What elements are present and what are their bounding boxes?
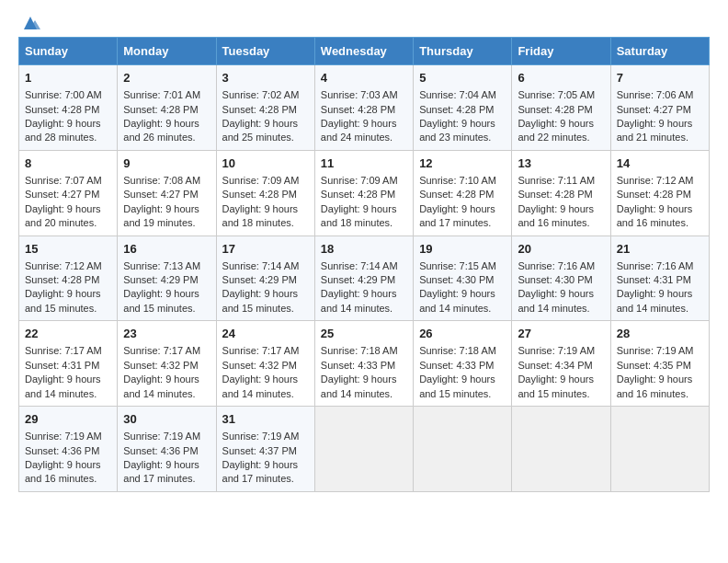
col-header-monday: Monday [118, 38, 216, 65]
daylight-text: Daylight: 9 hours and 28 minutes. [25, 117, 111, 145]
header-row: SundayMondayTuesdayWednesdayThursdayFrid… [19, 38, 710, 65]
day-cell: 6Sunrise: 7:05 AMSunset: 4:28 PMDaylight… [512, 65, 610, 151]
day-number: 5 [419, 70, 506, 86]
day-cell: 26Sunrise: 7:18 AMSunset: 4:33 PMDayligh… [414, 321, 512, 407]
sunset-text: Sunset: 4:34 PM [518, 359, 604, 373]
sunrise-text: Sunrise: 7:03 AM [321, 88, 407, 102]
day-number: 3 [222, 70, 309, 86]
daylight-text: Daylight: 9 hours and 15 minutes. [419, 373, 506, 401]
sunset-text: Sunset: 4:36 PM [123, 444, 210, 458]
day-number: 29 [25, 411, 111, 428]
day-number: 11 [321, 155, 407, 172]
sunrise-text: Sunrise: 7:18 AM [321, 344, 407, 358]
day-cell: 28Sunrise: 7:19 AMSunset: 4:35 PMDayligh… [610, 321, 709, 407]
col-header-tuesday: Tuesday [216, 38, 314, 65]
daylight-text: Daylight: 9 hours and 26 minutes. [123, 117, 210, 145]
sunset-text: Sunset: 4:31 PM [25, 359, 111, 373]
day-number: 28 [617, 326, 703, 342]
sunset-text: Sunset: 4:36 PM [25, 444, 111, 458]
sunset-text: Sunset: 4:28 PM [222, 103, 309, 117]
calendar-table: SundayMondayTuesdayWednesdayThursdayFrid… [18, 37, 710, 492]
day-number: 18 [321, 241, 407, 258]
sunrise-text: Sunrise: 7:11 AM [518, 174, 604, 188]
sunset-text: Sunset: 4:31 PM [617, 273, 703, 287]
day-number: 2 [123, 70, 210, 86]
sunrise-text: Sunrise: 7:16 AM [617, 259, 703, 273]
week-row-4: 22Sunrise: 7:17 AMSunset: 4:31 PMDayligh… [19, 321, 710, 407]
day-number: 8 [25, 155, 111, 172]
day-number: 4 [321, 70, 407, 86]
sunrise-text: Sunrise: 7:06 AM [617, 88, 703, 102]
sunrise-text: Sunrise: 7:19 AM [123, 430, 210, 443]
sunrise-text: Sunrise: 7:17 AM [222, 344, 309, 358]
daylight-text: Daylight: 9 hours and 22 minutes. [518, 117, 604, 145]
sunrise-text: Sunrise: 7:10 AM [419, 174, 506, 188]
sunset-text: Sunset: 4:28 PM [25, 103, 111, 117]
day-cell: 22Sunrise: 7:17 AMSunset: 4:31 PMDayligh… [19, 321, 118, 407]
sunrise-text: Sunrise: 7:09 AM [222, 174, 309, 188]
sunset-text: Sunset: 4:29 PM [123, 273, 210, 287]
daylight-text: Daylight: 9 hours and 21 minutes. [617, 117, 703, 145]
sunset-text: Sunset: 4:28 PM [419, 103, 506, 117]
day-number: 24 [222, 326, 309, 342]
day-number: 15 [25, 241, 111, 258]
daylight-text: Daylight: 9 hours and 19 minutes. [123, 202, 210, 231]
daylight-text: Daylight: 9 hours and 17 minutes. [222, 458, 309, 487]
sunrise-text: Sunrise: 7:18 AM [419, 344, 506, 358]
day-cell: 10Sunrise: 7:09 AMSunset: 4:28 PMDayligh… [216, 150, 314, 236]
sunrise-text: Sunrise: 7:09 AM [321, 174, 407, 188]
sunrise-text: Sunrise: 7:07 AM [25, 174, 111, 188]
sunset-text: Sunset: 4:33 PM [419, 359, 506, 373]
sunrise-text: Sunrise: 7:19 AM [518, 344, 604, 358]
sunset-text: Sunset: 4:28 PM [222, 188, 309, 201]
sunset-text: Sunset: 4:27 PM [617, 103, 703, 117]
sunset-text: Sunset: 4:32 PM [222, 359, 309, 373]
sunrise-text: Sunrise: 7:14 AM [321, 259, 407, 273]
sunrise-text: Sunrise: 7:13 AM [123, 259, 210, 273]
day-cell: 14Sunrise: 7:12 AMSunset: 4:28 PMDayligh… [610, 150, 709, 236]
col-header-wednesday: Wednesday [314, 38, 413, 65]
sunset-text: Sunset: 4:28 PM [123, 103, 210, 117]
day-cell [512, 407, 610, 492]
day-cell: 7Sunrise: 7:06 AMSunset: 4:27 PMDaylight… [610, 65, 709, 151]
daylight-text: Daylight: 9 hours and 15 minutes. [222, 287, 309, 316]
sunrise-text: Sunrise: 7:16 AM [518, 259, 604, 273]
day-number: 12 [419, 155, 506, 172]
day-cell: 4Sunrise: 7:03 AMSunset: 4:28 PMDaylight… [314, 65, 413, 151]
day-cell: 30Sunrise: 7:19 AMSunset: 4:36 PMDayligh… [118, 407, 216, 492]
day-number: 7 [617, 70, 703, 86]
daylight-text: Daylight: 9 hours and 20 minutes. [25, 202, 111, 231]
daylight-text: Daylight: 9 hours and 15 minutes. [25, 287, 111, 316]
header [18, 15, 710, 29]
daylight-text: Daylight: 9 hours and 14 minutes. [123, 373, 210, 401]
daylight-text: Daylight: 9 hours and 14 minutes. [617, 287, 703, 316]
sunset-text: Sunset: 4:35 PM [617, 359, 703, 373]
daylight-text: Daylight: 9 hours and 14 minutes. [25, 373, 111, 401]
sunset-text: Sunset: 4:33 PM [321, 359, 407, 373]
day-number: 27 [518, 326, 604, 342]
daylight-text: Daylight: 9 hours and 23 minutes. [419, 117, 506, 145]
daylight-text: Daylight: 9 hours and 18 minutes. [222, 202, 309, 231]
daylight-text: Daylight: 9 hours and 14 minutes. [222, 373, 309, 401]
daylight-text: Daylight: 9 hours and 24 minutes. [321, 117, 407, 145]
sunset-text: Sunset: 4:27 PM [123, 188, 210, 201]
day-cell: 21Sunrise: 7:16 AMSunset: 4:31 PMDayligh… [610, 236, 709, 321]
daylight-text: Daylight: 9 hours and 25 minutes. [222, 117, 309, 145]
sunset-text: Sunset: 4:30 PM [419, 273, 506, 287]
daylight-text: Daylight: 9 hours and 14 minutes. [518, 287, 604, 316]
week-row-2: 8Sunrise: 7:07 AMSunset: 4:27 PMDaylight… [19, 150, 710, 236]
daylight-text: Daylight: 9 hours and 14 minutes. [419, 287, 506, 316]
daylight-text: Daylight: 9 hours and 18 minutes. [321, 202, 407, 231]
sunset-text: Sunset: 4:32 PM [123, 359, 210, 373]
sunset-text: Sunset: 4:29 PM [321, 273, 407, 287]
day-number: 17 [222, 241, 309, 258]
day-cell: 23Sunrise: 7:17 AMSunset: 4:32 PMDayligh… [118, 321, 216, 407]
day-cell: 13Sunrise: 7:11 AMSunset: 4:28 PMDayligh… [512, 150, 610, 236]
sunset-text: Sunset: 4:27 PM [25, 188, 111, 201]
sunrise-text: Sunrise: 7:15 AM [419, 259, 506, 273]
day-cell: 11Sunrise: 7:09 AMSunset: 4:28 PMDayligh… [314, 150, 413, 236]
day-cell: 20Sunrise: 7:16 AMSunset: 4:30 PMDayligh… [512, 236, 610, 321]
week-row-1: 1Sunrise: 7:00 AMSunset: 4:28 PMDaylight… [19, 65, 710, 151]
day-cell: 8Sunrise: 7:07 AMSunset: 4:27 PMDaylight… [19, 150, 118, 236]
col-header-friday: Friday [512, 38, 610, 65]
